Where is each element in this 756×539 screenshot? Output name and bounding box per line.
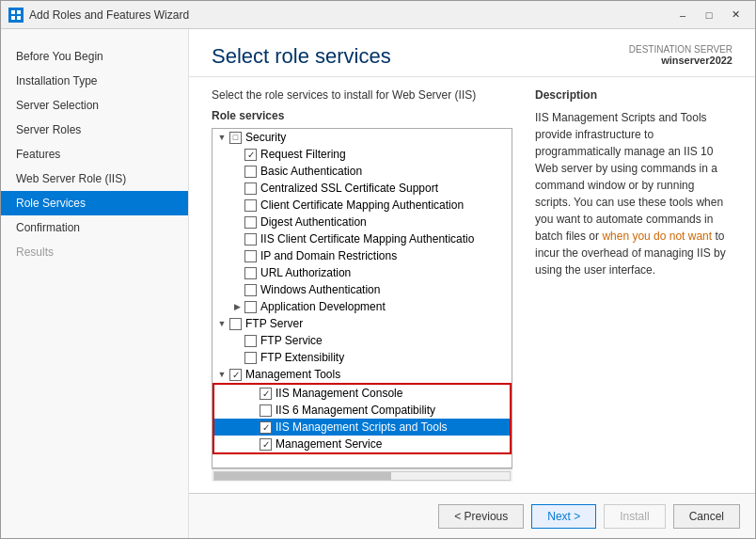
maximize-button[interactable]: □	[697, 6, 721, 24]
checkbox-ftp-server[interactable]	[229, 318, 242, 330]
expand-ims-icon	[246, 421, 258, 433]
desc-text-part1: IIS Management Scripts and Tools provide…	[535, 111, 723, 243]
footer: < Previous Next > Install Cancel	[189, 493, 755, 538]
checkbox-centralized-ssl[interactable]	[244, 182, 257, 195]
tree-item-ftp-ext[interactable]: FTP Extensibility	[213, 349, 512, 366]
sidebar-item-server-roles[interactable]: Server Roles	[1, 118, 188, 142]
instruction-text: Select the role services to install for …	[212, 88, 512, 102]
expand-ftpe-icon	[231, 352, 243, 363]
label-client-cert: Client Certificate Mapping Authenticatio…	[260, 198, 464, 212]
checkbox-security[interactable]	[229, 132, 242, 144]
tree-item-basic-auth[interactable]: Basic Authentication	[213, 163, 512, 180]
checkbox-request-filtering[interactable]	[244, 149, 257, 161]
expand-id-icon	[231, 250, 243, 262]
svg-rect-3	[17, 16, 21, 20]
minimize-button[interactable]: –	[670, 6, 695, 24]
expand-ba-icon	[231, 166, 243, 177]
tree-item-app-dev[interactable]: ▶ Application Development	[213, 298, 512, 315]
label-digest: Digest Authentication	[260, 215, 367, 229]
label-centralized-ssl: Centralized SSL Certificate Support	[260, 182, 438, 195]
horizontal-scrollbar[interactable]	[212, 468, 512, 482]
close-button[interactable]: ✕	[723, 6, 748, 24]
tree-item-digest[interactable]: Digest Authentication	[213, 214, 512, 230]
sidebar-item-role-services[interactable]: Role Services	[1, 191, 188, 215]
content-area: Before You Begin Installation Type Serve…	[1, 29, 755, 538]
label-ftp-service: FTP Service	[260, 334, 323, 347]
sidebar-item-results: Results	[1, 240, 188, 264]
sidebar-item-features[interactable]: Features	[1, 142, 188, 166]
label-ip-domain: IP and Domain Restrictions	[260, 249, 397, 262]
checkbox-ftp-ext[interactable]	[244, 352, 257, 364]
sidebar-item-confirmation[interactable]: Confirmation	[1, 215, 188, 240]
expand-security-icon: ▼	[216, 132, 228, 143]
tree-item-iis-mgmt-scripts[interactable]: IIS Management Scripts and Tools	[213, 419, 512, 436]
checkbox-ip-domain[interactable]	[244, 250, 257, 262]
checkbox-app-dev[interactable]	[244, 301, 257, 313]
checkbox-url-auth[interactable]	[244, 267, 257, 279]
expand-mt-icon: ▼	[216, 369, 228, 380]
tree-item-ip-domain[interactable]: IP and Domain Restrictions	[213, 247, 512, 264]
checkbox-mgmt-service[interactable]	[260, 438, 272, 451]
install-button: Install	[604, 504, 665, 529]
sidebar-item-installation-type[interactable]: Installation Type	[1, 69, 188, 93]
sidebar-item-server-selection[interactable]: Server Selection	[1, 93, 188, 118]
sidebar-item-before-you-begin[interactable]: Before You Begin	[1, 44, 188, 69]
checkbox-basic-auth[interactable]	[244, 166, 257, 178]
previous-button[interactable]: < Previous	[438, 504, 524, 529]
expand-imc-icon	[246, 388, 258, 399]
checkbox-mgmt-tools[interactable]	[229, 369, 242, 381]
expand-wa-icon	[231, 284, 243, 295]
label-request-filtering: Request Filtering	[260, 148, 346, 161]
tree-item-windows-auth[interactable]: Windows Authentication	[213, 281, 512, 298]
svg-rect-1	[17, 10, 21, 14]
label-mgmt-tools: Management Tools	[245, 368, 340, 381]
tree-item-mgmt-tools[interactable]: ▼ Management Tools	[213, 366, 512, 383]
tree-item-ftp-server[interactable]: ▼ FTP Server	[213, 315, 512, 332]
expand-i6c-icon	[246, 404, 258, 416]
main-content: Select role services DESTINATION SERVER …	[189, 29, 755, 538]
destination-label: DESTINATION SERVER	[629, 44, 732, 55]
checkbox-ftp-service[interactable]	[244, 335, 257, 347]
main-window: Add Roles and Features Wizard – □ ✕ Befo…	[0, 0, 756, 539]
tree-item-client-cert[interactable]: Client Certificate Mapping Authenticatio…	[213, 197, 512, 214]
label-basic-auth: Basic Authentication	[260, 165, 362, 178]
checkbox-windows-auth[interactable]	[244, 284, 257, 296]
tree-item-centralized-ssl[interactable]: Centralized SSL Certificate Support	[213, 180, 512, 197]
cancel-button[interactable]: Cancel	[673, 504, 740, 529]
tree-item-iis-mgmt-console[interactable]: IIS Management Console	[213, 383, 512, 402]
page-header: Select role services DESTINATION SERVER …	[189, 29, 755, 77]
tree-item-mgmt-service[interactable]: Management Service	[213, 436, 512, 454]
tree-item-ftp-service[interactable]: FTP Service	[213, 332, 512, 349]
role-services-label: Role services	[212, 109, 512, 122]
tree-item-request-filtering[interactable]: Request Filtering	[213, 146, 512, 163]
checkbox-client-cert[interactable]	[244, 199, 257, 212]
label-iis-client-cert: IIS Client Certificate Mapping Authentic…	[260, 232, 474, 246]
desc-text-highlight: when you do not want	[602, 230, 712, 243]
tree-item-iis6-compat[interactable]: IIS 6 Management Compatibility	[213, 402, 512, 419]
checkbox-digest[interactable]	[244, 216, 257, 229]
label-ftp-server: FTP Server	[245, 317, 303, 330]
label-windows-auth: Windows Authentication	[260, 283, 380, 296]
label-url-auth: URL Authorization	[260, 266, 351, 279]
sidebar-item-web-server-role[interactable]: Web Server Role (IIS)	[1, 166, 188, 191]
role-services-tree[interactable]: ▼ Security Request Filtering Ba	[212, 128, 512, 468]
expand-rf-icon	[231, 149, 243, 160]
destination-server: winserver2022	[629, 55, 732, 66]
svg-rect-2	[11, 16, 15, 20]
tree-item-security[interactable]: ▼ Security	[213, 129, 512, 146]
svg-rect-0	[11, 10, 15, 14]
expand-cc-icon	[231, 199, 243, 211]
tree-item-iis-client-cert[interactable]: IIS Client Certificate Mapping Authentic…	[213, 230, 512, 247]
sidebar: Before You Begin Installation Type Serve…	[1, 29, 189, 538]
checkbox-iis-mgmt-scripts[interactable]	[260, 421, 272, 434]
checkbox-iis-mgmt-console[interactable]	[260, 388, 272, 400]
window-icon	[8, 8, 24, 23]
expand-ua-icon	[231, 267, 243, 278]
label-iis-mgmt-console: IIS Management Console	[276, 387, 402, 400]
checkbox-iis-client-cert[interactable]	[244, 233, 257, 246]
page-title: Select role services	[212, 44, 391, 69]
next-button[interactable]: Next >	[531, 504, 596, 529]
checkbox-iis6-compat[interactable]	[260, 404, 272, 417]
label-security: Security	[245, 131, 286, 144]
tree-item-url-auth[interactable]: URL Authorization	[213, 264, 512, 281]
